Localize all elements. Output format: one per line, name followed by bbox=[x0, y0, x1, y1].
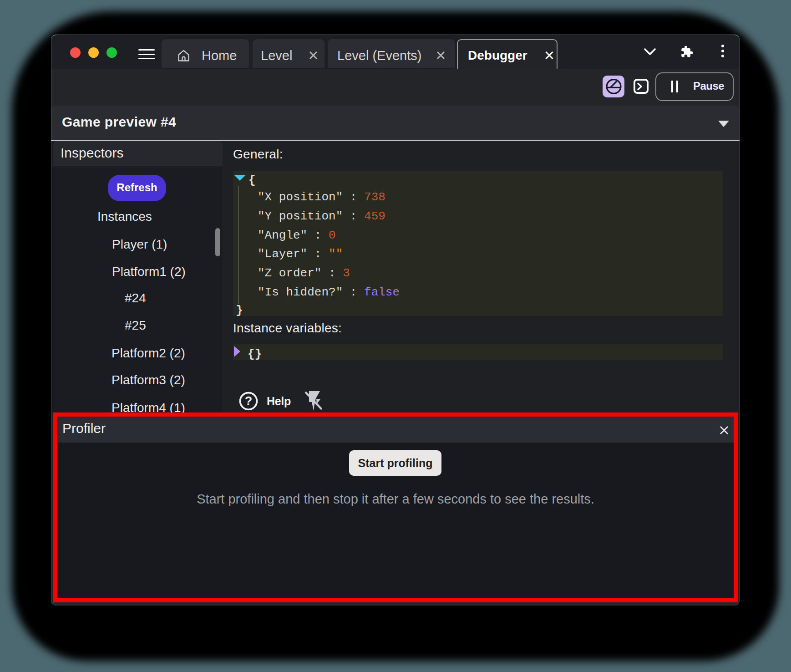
svg-text:?: ? bbox=[245, 394, 253, 408]
